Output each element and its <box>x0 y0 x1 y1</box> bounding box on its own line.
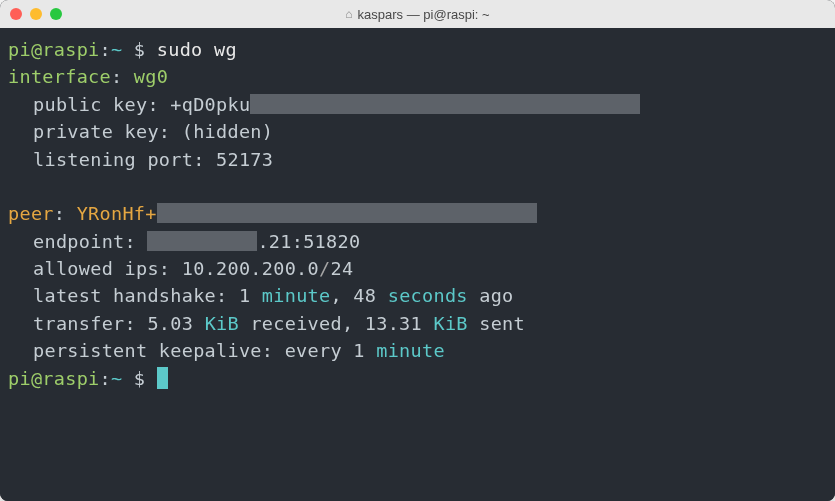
redacted-peer-key <box>157 203 537 223</box>
private-key-line: private key: (hidden) <box>8 118 827 145</box>
endpoint-label: endpoint <box>33 231 125 252</box>
terminal-content[interactable]: pi@raspi:~ $ sudo wg interface: wg0 publ… <box>0 28 835 501</box>
handshake-unit1: minute <box>262 285 331 306</box>
cursor[interactable] <box>157 367 168 389</box>
prompt-user-host: pi@raspi <box>8 39 100 60</box>
handshake-unit2: seconds <box>388 285 468 306</box>
prompt-path: ~ <box>111 368 122 389</box>
handshake-num1: 1 <box>239 285 250 306</box>
colon: : <box>111 66 134 87</box>
interface-name: wg0 <box>134 66 168 87</box>
colon: : <box>125 313 148 334</box>
prompt-user-host: pi@raspi <box>8 368 100 389</box>
transfer-rx-unit: KiB <box>205 313 239 334</box>
window-title-text: kaspars — pi@raspi: ~ <box>358 7 490 22</box>
handshake-num2: 48 <box>353 285 376 306</box>
interface-line: interface: wg0 <box>8 63 827 90</box>
keepalive-num: 1 <box>353 340 364 361</box>
prompt-line-1: pi@raspi:~ $ sudo wg <box>8 36 827 63</box>
window-title: ⌂ kaspars — pi@raspi: ~ <box>345 7 489 22</box>
colon: : <box>125 231 148 252</box>
colon: : <box>54 203 77 224</box>
allowed-ips-slash: / <box>319 258 330 279</box>
transfer-rx-val: 5.03 <box>147 313 193 334</box>
prompt-path: ~ <box>111 39 122 60</box>
allowed-ips-cidr: 24 <box>330 258 353 279</box>
keepalive-label: persistent keepalive <box>33 340 262 361</box>
redacted-public-key <box>250 94 640 114</box>
blank-line <box>8 173 827 200</box>
keepalive-line: persistent keepalive: every 1 minute <box>8 337 827 364</box>
command-text: sudo wg <box>157 39 237 60</box>
listening-port-label: listening port <box>33 149 193 170</box>
colon: : <box>216 285 239 306</box>
keepalive-unit: minute <box>376 340 445 361</box>
allowed-ips-line: allowed ips: 10.200.200.0/24 <box>8 255 827 282</box>
terminal-window: ⌂ kaspars — pi@raspi: ~ pi@raspi:~ $ sud… <box>0 0 835 501</box>
public-key-prefix: +qD0pku <box>170 94 250 115</box>
private-key-value: (hidden) <box>182 121 274 142</box>
prompt-sep: : <box>100 368 111 389</box>
colon: : <box>193 149 216 170</box>
endpoint-suffix: .21:51820 <box>257 231 360 252</box>
public-key-label: public key <box>33 94 147 115</box>
public-key-line: public key: +qD0pku <box>8 91 827 118</box>
minimize-button[interactable] <box>30 8 42 20</box>
close-button[interactable] <box>10 8 22 20</box>
allowed-ips-prefix: 10.200.200.0 <box>182 258 319 279</box>
colon: : <box>262 340 285 361</box>
transfer-tx-word: sent <box>468 313 525 334</box>
listening-port-value: 52173 <box>216 149 273 170</box>
prompt-dollar: $ <box>122 368 156 389</box>
colon: : <box>159 258 182 279</box>
colon: : <box>147 94 170 115</box>
prompt-line-2: pi@raspi:~ $ <box>8 365 827 392</box>
titlebar[interactable]: ⌂ kaspars — pi@raspi: ~ <box>0 0 835 28</box>
peer-label: peer <box>8 203 54 224</box>
handshake-ago: ago <box>468 285 514 306</box>
transfer-label: transfer <box>33 313 125 334</box>
listening-port-line: listening port: 52173 <box>8 146 827 173</box>
transfer-tx-unit: KiB <box>433 313 467 334</box>
handshake-sep: , <box>330 285 353 306</box>
allowed-ips-label: allowed ips <box>33 258 159 279</box>
transfer-tx-val: 13.31 <box>365 313 422 334</box>
handshake-line: latest handshake: 1 minute, 48 seconds a… <box>8 282 827 309</box>
colon: : <box>159 121 182 142</box>
endpoint-line: endpoint: .21:51820 <box>8 228 827 255</box>
handshake-label: latest handshake <box>33 285 216 306</box>
home-icon: ⌂ <box>345 7 352 21</box>
redacted-endpoint <box>147 231 257 251</box>
transfer-rx-word: received, <box>239 313 365 334</box>
traffic-lights <box>10 8 62 20</box>
interface-label: interface <box>8 66 111 87</box>
maximize-button[interactable] <box>50 8 62 20</box>
transfer-line: transfer: 5.03 KiB received, 13.31 KiB s… <box>8 310 827 337</box>
peer-line: peer: YRonHf+ <box>8 200 827 227</box>
keepalive-prefix: every <box>285 340 354 361</box>
peer-key-prefix: YRonHf+ <box>77 203 157 224</box>
private-key-label: private key <box>33 121 159 142</box>
prompt-dollar: $ <box>122 39 156 60</box>
prompt-sep: : <box>100 39 111 60</box>
